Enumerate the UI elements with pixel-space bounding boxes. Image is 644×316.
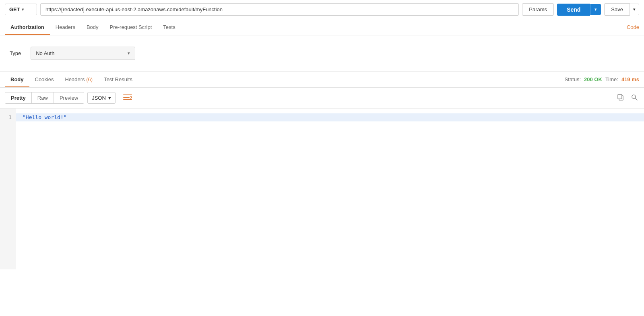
view-raw-button[interactable]: Raw [31, 92, 54, 103]
method-select[interactable]: GET ▾ [5, 4, 37, 15]
svg-line-6 [635, 98, 637, 100]
type-label: Type [10, 50, 21, 56]
tab-test-results[interactable]: Test Results [98, 72, 138, 87]
auth-type-value: No Auth [36, 50, 54, 56]
code-string-value: "Hello world!" [23, 113, 67, 121]
svg-rect-4 [618, 94, 622, 99]
auth-type-select[interactable]: No Auth ▾ [31, 47, 135, 60]
line-numbers: 1 [0, 109, 16, 269]
auth-section: Type No Auth ▾ [0, 35, 644, 72]
response-section: Body Cookies Headers (6) Test Results St… [0, 72, 644, 269]
format-select[interactable]: JSON ▾ [87, 92, 116, 104]
code-link[interactable]: Code [627, 19, 639, 35]
save-dropdown-button[interactable]: ▾ [630, 4, 639, 15]
search-button[interactable] [630, 92, 639, 104]
response-tabs-left: Body Cookies Headers (6) Test Results [5, 72, 138, 87]
type-row: Type No Auth ▾ [10, 47, 634, 60]
chevron-down-icon: ▾ [128, 51, 130, 56]
method-label: GET [9, 6, 20, 12]
tab-authorization[interactable]: Authorization [5, 19, 50, 35]
tab-response-headers[interactable]: Headers (6) [59, 72, 98, 87]
status-label: Status: [565, 76, 581, 82]
tab-headers[interactable]: Headers [50, 19, 81, 35]
wrap-button[interactable] [119, 91, 136, 105]
status-value: 200 OK [584, 76, 602, 82]
toolbar-right-icons [616, 92, 639, 104]
code-content: "Hello world!" [16, 109, 644, 269]
request-tabs: Authorization Headers Body Pre-request S… [0, 19, 644, 35]
code-line-1: "Hello world!" [16, 113, 644, 121]
svg-rect-0 [123, 94, 132, 95]
svg-rect-2 [123, 99, 132, 100]
format-label: JSON [92, 95, 106, 101]
save-btn-group: Save ▾ [604, 3, 639, 16]
tab-body[interactable]: Body [81, 19, 104, 35]
line-number-1: 1 [4, 113, 12, 121]
send-button[interactable]: Send [557, 4, 590, 16]
url-input[interactable] [40, 3, 519, 16]
tab-cookies[interactable]: Cookies [29, 72, 60, 87]
copy-button[interactable] [616, 92, 625, 104]
code-area: 1 "Hello world!" [0, 109, 644, 269]
wrap-icon [123, 94, 132, 101]
send-dropdown-button[interactable]: ▾ [590, 4, 601, 15]
tab-tests[interactable]: Tests [157, 19, 181, 35]
headers-badge: (6) [86, 76, 93, 82]
view-pretty-button[interactable]: Pretty [5, 92, 31, 103]
save-button[interactable]: Save [604, 3, 630, 16]
svg-rect-1 [123, 97, 130, 98]
chevron-down-icon: ▾ [108, 95, 111, 101]
copy-icon [617, 94, 624, 101]
time-label: Time: [605, 76, 618, 82]
view-preview-button[interactable]: Preview [54, 92, 84, 103]
chevron-down-icon: ▾ [22, 7, 24, 12]
response-status-bar: Status: 200 OK Time: 419 ms [565, 76, 639, 82]
params-button[interactable]: Params [522, 3, 554, 16]
tab-pre-request-script[interactable]: Pre-request Script [104, 19, 158, 35]
time-value: 419 ms [621, 76, 639, 82]
body-toolbar: Pretty Raw Preview JSON ▾ [0, 88, 644, 109]
tab-response-body[interactable]: Body [5, 72, 29, 87]
search-icon [631, 94, 638, 101]
send-btn-group: Send ▾ [557, 4, 601, 16]
top-bar: GET ▾ Params Send ▾ Save ▾ [0, 0, 644, 19]
response-tabs-bar: Body Cookies Headers (6) Test Results St… [0, 72, 644, 88]
view-group: Pretty Raw Preview [5, 92, 84, 104]
